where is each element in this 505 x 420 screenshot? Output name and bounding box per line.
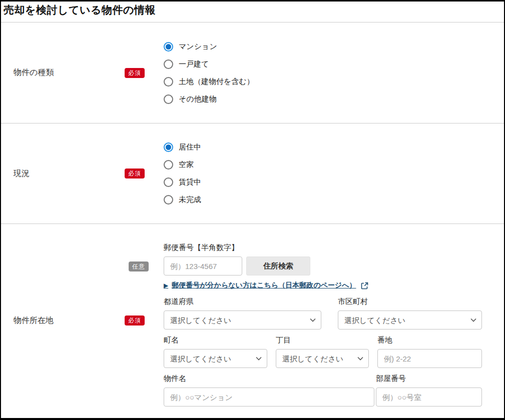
chome-select-wrap: 選択してください (276, 349, 369, 368)
arrow-right-icon: ▶ (164, 282, 168, 289)
page-title: 売却を検討している物件の情報 (1, 2, 504, 22)
radio-land[interactable]: 土地（建物付を含む） (164, 77, 254, 86)
prefecture-label: 都道府県 (164, 297, 321, 306)
property-type-label-col: 物件の種類 必須 (1, 22, 164, 123)
location-fields: 郵便番号【半角数字】 住所検索 ▶ 郵便番号が分からない方はこちら（日本郵政のペ… (164, 224, 504, 417)
property-name-label: 物件名 (164, 374, 374, 384)
required-badge: 必須 (125, 168, 145, 178)
radio-occupied-label: 居住中 (179, 142, 201, 152)
radio-icon[interactable] (164, 195, 173, 204)
radio-mansion[interactable]: マンション (164, 42, 217, 52)
postal-help-link[interactable]: ▶ 郵便番号が分からない方はこちら（日本郵政のページへ） (164, 281, 368, 290)
location-label: 物件所在地 (14, 316, 54, 326)
section-location: 任意 物件所在地 必須 郵便番号【半角数字】 住所検索 ▶ 郵便番号が分からない… (1, 224, 504, 417)
prefecture-select[interactable]: 選択してください (164, 310, 321, 330)
address-search-button[interactable]: 住所検索 (246, 256, 310, 276)
radio-icon[interactable] (164, 142, 173, 152)
radio-other-building[interactable]: その他建物 (164, 94, 217, 104)
city-field: 市区町村 選択してください (338, 297, 482, 330)
radio-icon[interactable] (164, 94, 173, 104)
location-label-col: 物件所在地 必須 (1, 224, 164, 417)
town-field: 町名 選択してください (164, 336, 267, 368)
prefecture-field: 都道府県 選択してください (164, 297, 321, 330)
section-current-status: 現況 必須 居住中 空家 賃貸中 未完成 (1, 124, 504, 224)
section-property-type: 物件の種類 必須 マンション 一戸建て 土地（建物付を含む） その他建物 (1, 22, 504, 124)
room-number-input[interactable] (376, 388, 482, 406)
required-badge: 必須 (125, 316, 145, 326)
radio-land-label: 土地（建物付を含む） (179, 77, 254, 86)
prefecture-select-wrap: 選択してください (164, 310, 321, 330)
room-number-field: 部屋番号 (376, 374, 482, 406)
chome-select[interactable]: 選択してください (276, 349, 369, 368)
name-room-row: 物件名 部屋番号 (164, 374, 482, 406)
radio-mansion-label: マンション (179, 42, 217, 52)
city-label: 市区町村 (338, 297, 482, 306)
radio-icon[interactable] (164, 60, 173, 69)
chome-field: 丁目 選択してください (276, 336, 369, 368)
property-name-field: 物件名 (164, 374, 374, 406)
radio-occupied[interactable]: 居住中 (164, 142, 201, 152)
banchi-field: 番地 (377, 336, 482, 368)
pref-city-row: 都道府県 選択してください 市区町村 選択してください (164, 297, 482, 330)
postal-code-label: 郵便番号【半角数字】 (164, 243, 482, 252)
optional-badge: 任意 (129, 262, 149, 272)
radio-icon[interactable] (164, 160, 173, 170)
town-select[interactable]: 選択してください (164, 349, 267, 368)
current-status-label-col: 現況 必須 (1, 124, 164, 224)
radio-other-building-label: その他建物 (179, 94, 217, 104)
banchi-label: 番地 (377, 336, 482, 345)
required-badge: 必須 (125, 68, 145, 78)
current-status-label: 現況 (14, 168, 30, 179)
external-link-icon (361, 282, 368, 290)
town-chome-banchi-row: 町名 選択してください 丁目 選択してください (164, 336, 482, 368)
banchi-input[interactable] (377, 349, 482, 368)
radio-icon[interactable] (164, 178, 173, 187)
radio-icon[interactable] (164, 42, 173, 52)
radio-vacant[interactable]: 空家 (164, 160, 194, 170)
postal-code-input[interactable] (164, 256, 242, 276)
property-type-label: 物件の種類 (14, 68, 54, 78)
city-select-wrap: 選択してください (338, 310, 482, 330)
town-label: 町名 (164, 336, 267, 345)
radio-detached-house[interactable]: 一戸建て (164, 60, 209, 69)
property-name-input[interactable] (164, 388, 374, 406)
radio-unfinished[interactable]: 未完成 (164, 195, 201, 204)
radio-rented[interactable]: 賃貸中 (164, 178, 201, 187)
radio-rented-label: 賃貸中 (179, 178, 201, 187)
property-sale-form: 売却を検討している物件の情報 物件の種類 必須 マンション 一戸建て 土地（建物… (0, 0, 505, 420)
room-number-label: 部屋番号 (376, 374, 482, 384)
city-select[interactable]: 選択してください (338, 310, 482, 330)
radio-icon[interactable] (164, 77, 173, 86)
postal-code-row: 住所検索 (164, 256, 482, 276)
chome-label: 丁目 (276, 336, 369, 345)
postal-help-link-text: 郵便番号が分からない方はこちら（日本郵政のページへ） (172, 281, 356, 290)
town-select-wrap: 選択してください (164, 349, 267, 368)
radio-detached-house-label: 一戸建て (179, 60, 209, 69)
radio-unfinished-label: 未完成 (179, 195, 201, 204)
current-status-radio-group: 居住中 空家 賃貸中 未完成 (164, 124, 504, 224)
radio-vacant-label: 空家 (179, 160, 194, 170)
property-type-radio-group: マンション 一戸建て 土地（建物付を含む） その他建物 (164, 22, 504, 123)
